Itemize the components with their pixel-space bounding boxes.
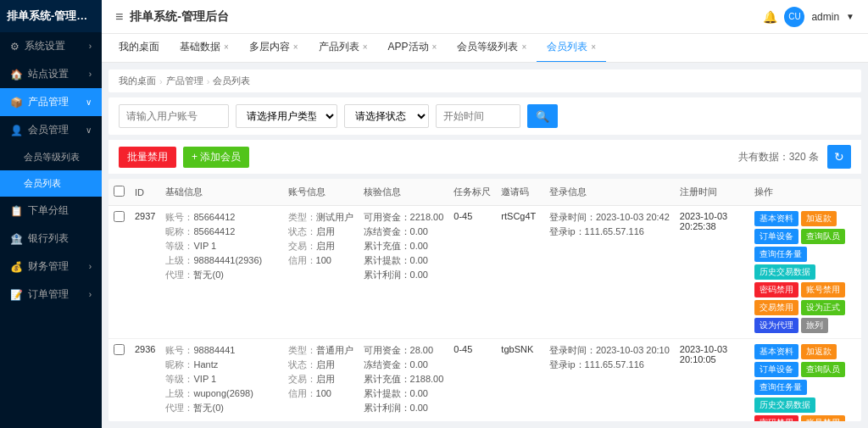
op-button[interactable]: 交易禁用	[754, 300, 798, 315]
add-member-button[interactable]: + 添加会员	[183, 147, 249, 168]
op-button[interactable]: 加返款	[801, 344, 837, 359]
tab-basic-data[interactable]: 基础数据 ×	[170, 34, 239, 63]
select-all-checkbox[interactable]	[114, 186, 125, 197]
sidebar-item-member-level-list[interactable]: 会员等级列表	[0, 144, 102, 170]
op-button[interactable]: 设为代理	[754, 318, 798, 333]
user-icon: 👤	[10, 125, 23, 136]
op-button[interactable]: 基本资料	[754, 211, 798, 226]
user-dropdown-icon[interactable]: ▼	[846, 12, 854, 21]
sidebar-item-order-group[interactable]: 📋 下单分组	[0, 197, 102, 225]
status-select[interactable]: 请选择状态 全部 启用 禁用	[344, 104, 429, 128]
action-row: 批量禁用 + 添加会员 共有数据：320 条 ↻	[108, 140, 861, 174]
row-checkbox-cell	[108, 206, 130, 339]
chevron-down-icon: ∨	[86, 97, 92, 107]
header-left: ≡ 排单系统-管理后台	[115, 9, 229, 25]
col-id: ID	[130, 179, 160, 206]
user-name[interactable]: admin	[811, 11, 839, 23]
breadcrumb-home[interactable]: 我的桌面	[119, 75, 156, 87]
op-button[interactable]: 查询任务量	[754, 380, 807, 395]
tab-label: 会员等级列表	[457, 40, 518, 54]
tab-close-icon[interactable]: ×	[432, 42, 437, 52]
data-table-container: ID 基础信息 账号信息 核验信息 任务标尺 邀请码 登录信息 注册时间 操作 …	[108, 179, 861, 421]
cell-login-info: 登录时间：2023-10-03 20:42 登录ip：111.65.57.116	[544, 206, 675, 339]
col-login-info: 登录信息	[544, 179, 675, 206]
op-button[interactable]: 订单设备	[754, 229, 798, 244]
app-logo: 排单系统-管理后台	[0, 0, 102, 32]
op-button[interactable]: 密码禁用	[754, 282, 798, 297]
op-button[interactable]: 订单设备	[754, 362, 798, 377]
op-button[interactable]: 设为正式	[801, 300, 845, 315]
date-input[interactable]	[436, 104, 520, 128]
tab-product-list[interactable]: 产品列表 ×	[309, 34, 378, 63]
action-buttons: 批量禁用 + 添加会员	[119, 147, 249, 168]
cell-id: 2937	[130, 206, 160, 339]
cell-account-info: 类型：测试用户 状态：启用 交易：启用 信用：100	[283, 206, 359, 339]
chevron-right-icon: ›	[89, 262, 92, 271]
sidebar-item-member-management[interactable]: 👤 会员管理 ∨	[0, 116, 102, 144]
home-icon: 🏠	[10, 69, 23, 81]
sidebar-item-product-management[interactable]: 📦 产品管理 ∨	[0, 88, 102, 116]
cell-operations: 基本资料加返款订单设备查询队员查询任务量历史交易数据密码禁用账号禁用交易禁用设为…	[749, 339, 861, 422]
op-button[interactable]: 账号禁用	[801, 415, 845, 421]
cell-task-range: 0-45	[448, 206, 496, 339]
op-button[interactable]: 加返款	[801, 211, 837, 226]
tab-label: 基础数据	[180, 40, 220, 54]
op-button[interactable]: 基本资料	[754, 344, 798, 359]
user-type-select[interactable]: 请选择用户类型 全部 普通用户 测试用户	[236, 104, 337, 128]
tab-close-icon[interactable]: ×	[591, 42, 596, 52]
cell-task-range: 0-45	[448, 339, 496, 422]
sidebar-item-system-settings[interactable]: ⚙ 系统设置 ›	[0, 32, 102, 60]
order-icon: 📝	[10, 289, 23, 301]
finance-icon: 💰	[10, 261, 23, 273]
tab-my-desk[interactable]: 我的桌面	[108, 34, 170, 63]
sidebar-item-site-settings[interactable]: 🏠 站点设置 ›	[0, 60, 102, 88]
op-button[interactable]: 账号禁用	[801, 282, 845, 297]
sidebar-item-order-management[interactable]: 📝 订单管理 ›	[0, 281, 102, 308]
tab-label: APP活动	[388, 40, 429, 54]
table-row: 2937 账号：85664412 昵称：85664412 等级：VIP 1 上级…	[108, 206, 861, 339]
batch-disable-button[interactable]: 批量禁用	[119, 147, 176, 168]
settings-icon: ⚙	[10, 41, 19, 53]
user-no-input[interactable]	[119, 104, 229, 128]
tab-close-icon[interactable]: ×	[293, 42, 298, 52]
sidebar-item-bank-list[interactable]: 🏦 银行列表	[0, 225, 102, 253]
tab-member-level[interactable]: 会员等级列表 ×	[447, 34, 537, 63]
tab-close-icon[interactable]: ×	[521, 42, 526, 52]
list-icon: 📋	[10, 205, 23, 217]
tab-label: 多层内容	[249, 40, 290, 54]
cell-basic-info: 账号：98884441 昵称：Hantz 等级：VIP 1 上级：wupong(…	[160, 339, 282, 422]
tab-app-activity[interactable]: APP活动 ×	[378, 34, 448, 63]
record-count: 共有数据：320 条	[738, 150, 819, 164]
op-button[interactable]: 历史交易数据	[754, 397, 815, 413]
tab-multi-content[interactable]: 多层内容 ×	[239, 34, 309, 63]
menu-toggle-icon[interactable]: ≡	[115, 9, 123, 25]
bank-icon: 🏦	[10, 233, 23, 245]
breadcrumb: 我的桌面 › 产品管理 › 会员列表	[108, 69, 861, 92]
row-checkbox[interactable]	[114, 211, 125, 222]
op-button[interactable]: 查询队员	[801, 229, 845, 244]
tab-label: 会员列表	[547, 40, 587, 54]
user-avatar: CU	[784, 7, 804, 27]
cell-check-info: 可用资金：28.00 冻结资金：0.00 累计充值：2188.00 累计提款：0…	[359, 339, 449, 422]
op-button[interactable]: 旅列	[801, 318, 828, 333]
op-button[interactable]: 查询任务量	[754, 247, 807, 262]
cell-check-info: 可用资金：2218.00 冻结资金：0.00 累计充值：0.00 累计提款：0.…	[359, 206, 449, 339]
tab-member-list[interactable]: 会员列表 ×	[537, 34, 606, 63]
main-area: ≡ 排单系统-管理后台 🔔 CU admin ▼ 我的桌面 基础数据 × 多层内…	[102, 0, 868, 428]
content-area: 我的桌面 › 产品管理 › 会员列表 请选择用户类型 全部 普通用户 测试用户 …	[102, 63, 868, 428]
bell-icon[interactable]: 🔔	[763, 10, 777, 24]
tabs-bar: 我的桌面 基础数据 × 多层内容 × 产品列表 × APP活动 × 会员等级列表…	[102, 34, 868, 63]
tab-close-icon[interactable]: ×	[363, 42, 368, 52]
tab-close-icon[interactable]: ×	[224, 42, 229, 52]
refresh-button[interactable]: ↻	[827, 145, 851, 169]
product-icon: 📦	[10, 97, 23, 108]
op-button[interactable]: 密码禁用	[754, 415, 798, 421]
sidebar-item-finance[interactable]: 💰 财务管理 ›	[0, 253, 102, 281]
op-button[interactable]: 查询队员	[801, 362, 845, 377]
search-button[interactable]: 🔍	[527, 104, 558, 128]
op-button[interactable]: 历史交易数据	[754, 264, 815, 280]
sidebar-item-member-list[interactable]: 会员列表	[0, 170, 102, 197]
breadcrumb-product[interactable]: 产品管理	[166, 75, 203, 87]
cell-id: 2936	[130, 339, 160, 422]
row-checkbox[interactable]	[114, 344, 125, 355]
